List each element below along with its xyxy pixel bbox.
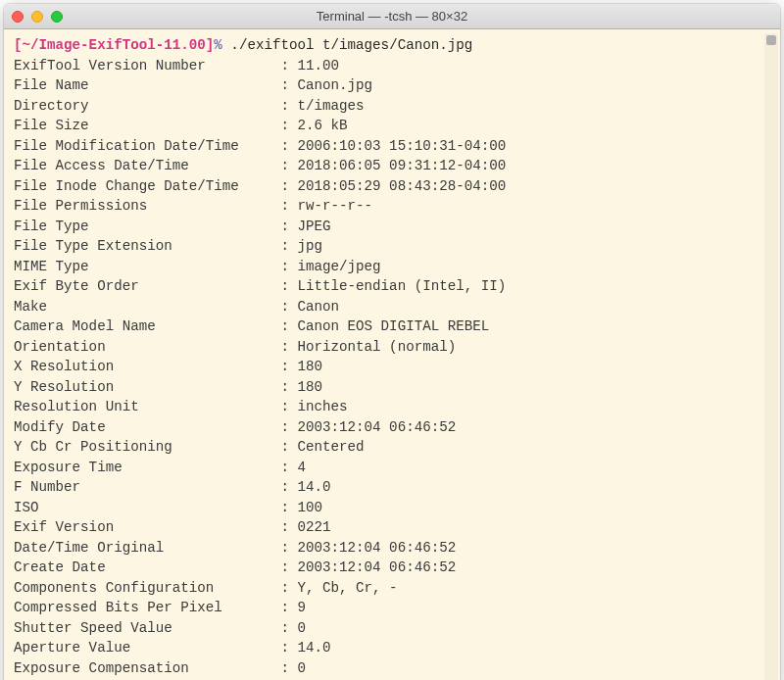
output-row: Y Resolution : 180 <box>14 377 770 398</box>
traffic-lights <box>12 11 63 23</box>
output-row: ISO : 100 <box>14 498 770 518</box>
output-row: Exposure Compensation : 0 <box>14 658 770 679</box>
output-row: Orientation : Horizontal (normal) <box>14 337 770 358</box>
output-row: Shutter Speed Value : 0 <box>14 618 770 639</box>
output-row: Create Date : 2003:12:04 06:46:52 <box>14 558 770 578</box>
output-row: Modify Date : 2003:12:04 06:46:52 <box>14 417 770 438</box>
output-row: Directory : t/images <box>14 96 770 117</box>
output-row: Resolution Unit : inches <box>14 397 770 417</box>
titlebar[interactable]: Terminal — -tcsh — 80×32 <box>4 4 780 29</box>
output-row: MIME Type : image/jpeg <box>14 257 770 277</box>
close-button[interactable] <box>12 11 24 23</box>
prompt-line: [~/Image-ExifTool-11.00]% ./exiftool t/i… <box>14 35 770 56</box>
output-row: ExifTool Version Number : 11.00 <box>14 56 770 76</box>
prompt-command: ./exiftool t/images/Canon.jpg <box>222 37 472 53</box>
output-row: Exposure Time : 4 <box>14 458 770 478</box>
output-row: X Resolution : 180 <box>14 357 770 377</box>
terminal-output: ExifTool Version Number : 11.00File Name… <box>14 56 770 679</box>
output-row: Date/Time Original : 2003:12:04 06:46:52 <box>14 538 770 559</box>
output-row: Y Cb Cr Positioning : Centered <box>14 437 770 458</box>
output-row: Exif Version : 0221 <box>14 517 770 538</box>
output-row: File Name : Canon.jpg <box>14 75 770 96</box>
minimize-button[interactable] <box>31 11 43 23</box>
output-row: File Permissions : rw-r--r-- <box>14 196 770 217</box>
scrollbar-thumb[interactable] <box>766 35 776 45</box>
maximize-button[interactable] <box>51 11 63 23</box>
terminal-window: Terminal — -tcsh — 80×32 [~/Image-ExifTo… <box>4 4 780 680</box>
output-row: F Number : 14.0 <box>14 477 770 498</box>
window-title: Terminal — -tcsh — 80×32 <box>317 9 467 24</box>
prompt-path: [~/Image-ExifTool-11.00] <box>14 37 214 53</box>
output-row: Components Configuration : Y, Cb, Cr, - <box>14 578 770 599</box>
terminal-body[interactable]: [~/Image-ExifTool-11.00]% ./exiftool t/i… <box>4 29 780 680</box>
output-row: File Size : 2.6 kB <box>14 116 770 136</box>
scrollbar-track[interactable] <box>764 33 778 680</box>
output-row: Make : Canon <box>14 297 770 317</box>
output-row: Compressed Bits Per Pixel : 9 <box>14 598 770 618</box>
output-row: File Inode Change Date/Time : 2018:05:29… <box>14 176 770 197</box>
output-row: File Type : JPEG <box>14 217 770 237</box>
prompt-separator: % <box>214 37 222 53</box>
output-row: Aperture Value : 14.0 <box>14 638 770 658</box>
output-row: Exif Byte Order : Little-endian (Intel, … <box>14 276 770 297</box>
output-row: File Type Extension : jpg <box>14 236 770 257</box>
output-row: File Access Date/Time : 2018:06:05 09:31… <box>14 156 770 176</box>
output-row: File Modification Date/Time : 2006:10:03… <box>14 136 770 157</box>
output-row: Camera Model Name : Canon EOS DIGITAL RE… <box>14 316 770 337</box>
